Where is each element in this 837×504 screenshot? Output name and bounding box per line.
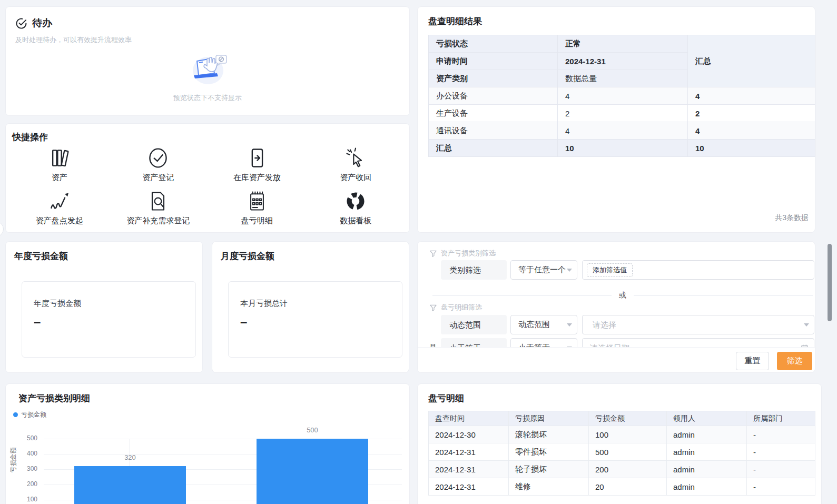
- quick-action-label: 数据看板: [340, 216, 371, 226]
- loss-detail-table: 盘查时间 亏损原因 亏损金额 领用人 所属部门 2024-12-30 滚轮损坏 …: [428, 411, 815, 496]
- cell-department: -: [747, 461, 815, 478]
- category-operator-select[interactable]: 等于任意一个: [510, 260, 577, 280]
- doc-search-icon: [146, 189, 170, 213]
- cell-department: -: [747, 443, 815, 461]
- row-value: 正常: [558, 35, 688, 53]
- cell-reason: 滚轮损坏: [509, 426, 589, 443]
- annual-loss-title: 年度亏损金额: [14, 250, 194, 262]
- books-icon: [48, 146, 71, 170]
- category-value-input[interactable]: 添加筛选值: [582, 260, 814, 280]
- total-cell: 2: [688, 105, 815, 122]
- quick-action-register[interactable]: 资产登记: [109, 146, 208, 189]
- quick-action-label: 资产盘点发起: [36, 216, 83, 226]
- column-header: 亏损金额: [589, 411, 667, 426]
- section-title-text: 盘亏明细筛选: [441, 303, 482, 312]
- loss-detail-title: 盘亏明细: [428, 392, 821, 404]
- category-cell: 生产设备: [429, 105, 558, 122]
- quick-action-label: 盘亏明细: [241, 216, 273, 226]
- inventory-result-panel: 盘查明细结果 亏损状态 正常 汇总 申请时间 2024-12-31 资产类别 数…: [417, 6, 815, 233]
- section-title-text: 资产亏损类别筛选: [441, 249, 496, 258]
- cell-user: admin: [667, 461, 747, 478]
- loss-category-chart-panel: 资产亏损类别明细 亏损金额 亏损金额 500 400 300 200 100 3…: [5, 383, 410, 504]
- count-cell: 4: [558, 87, 688, 105]
- metric-label: 本月亏损总计: [240, 299, 288, 309]
- row-label: 亏损状态: [429, 35, 558, 53]
- summary-column-header: 汇总: [688, 35, 815, 87]
- table-row: 亏损状态 正常 汇总: [429, 35, 815, 53]
- quick-action-recall[interactable]: 资产收回: [307, 146, 406, 189]
- quick-action-assets[interactable]: 资产: [10, 146, 109, 189]
- annual-loss-panel: 年度亏损金额 年度亏损金额 –: [5, 241, 203, 373]
- quick-action-inventory-start[interactable]: 资产盘点发起: [10, 189, 109, 232]
- or-divider: 或: [432, 291, 813, 300]
- drawer-handle[interactable]: [0, 221, 4, 237]
- table-row-summary: 汇总 10 10: [429, 140, 815, 157]
- category-cell: 通讯设备: [429, 122, 558, 140]
- cursor-click-icon: [344, 146, 367, 170]
- y-axis-label: 亏损金额: [9, 435, 18, 485]
- pie-chart-icon: [344, 189, 367, 213]
- todo-empty-state: 预览状态下不支持显示: [6, 51, 409, 103]
- cell-user: admin: [667, 478, 747, 496]
- quick-action-label: 资产: [52, 173, 67, 183]
- column-header: 所属部门: [747, 411, 815, 426]
- chart-title: 资产亏损类别明细: [18, 392, 409, 404]
- table-header-row: 盘查时间 亏损原因 亏损金额 领用人 所属部门: [429, 411, 815, 426]
- ledger-icon: [245, 189, 269, 213]
- quick-action-dashboard[interactable]: 数据看板: [307, 189, 406, 232]
- quick-action-label: 资产收回: [340, 173, 371, 183]
- quick-action-supplement[interactable]: 资产补充需求登记: [109, 189, 208, 232]
- bar-series-1[interactable]: 500: [257, 439, 368, 504]
- range-operator-select[interactable]: 动态范围: [510, 315, 577, 334]
- category-cell: 汇总: [429, 140, 558, 157]
- filter-button[interactable]: 筛选: [777, 352, 812, 370]
- trend-up-icon: [48, 189, 71, 213]
- quick-actions-grid: 资产 资产登记 在库资产发放: [10, 146, 405, 232]
- quick-actions-panel: 快捷操作 资产 资产登记: [5, 123, 410, 233]
- filter-footer: 重置 筛选: [418, 347, 815, 372]
- dashboard-page: 待办 及时处理待办，可以有效提升流程效率 预览状态下不支持显示: [0, 0, 837, 504]
- cell-amount: 100: [589, 426, 667, 443]
- table-row: 通讯设备 4 4: [429, 122, 815, 140]
- column-header: 领用人: [667, 411, 747, 426]
- table-row: 生产设备 2 2: [429, 105, 815, 122]
- cell-date: 2024-12-31: [429, 461, 509, 478]
- total-cell: 10: [688, 140, 815, 157]
- bar-series-0[interactable]: 320: [74, 466, 186, 504]
- result-count: 共3条数据: [775, 213, 809, 223]
- cell-user: admin: [667, 443, 747, 461]
- todo-header: 待办: [15, 16, 400, 30]
- loss-filter-section-title: 盘亏明细筛选: [429, 303, 482, 312]
- cell-date: 2024-12-30: [429, 426, 509, 443]
- todo-subtitle: 及时处理待办，可以有效提升流程效率: [15, 35, 400, 45]
- todo-panel: 待办 及时处理待办，可以有效提升流程效率 预览状态下不支持显示: [5, 6, 410, 116]
- empty-state-text: 预览状态下不支持显示: [6, 93, 409, 103]
- range-value-select[interactable]: 请选择: [582, 315, 814, 334]
- operator-value: 动态范围: [518, 320, 550, 330]
- chart-legend[interactable]: 亏损金额: [13, 410, 46, 419]
- total-cell: 4: [688, 122, 815, 140]
- or-text: 或: [619, 291, 626, 300]
- cell-reason: 轮子损坏: [509, 461, 589, 478]
- quick-action-issue[interactable]: 在库资产发放: [208, 146, 307, 189]
- empty-laptop-illustration: [184, 78, 231, 87]
- funnel-icon: [429, 250, 437, 258]
- table-row: 2024-12-31 维修 20 admin -: [429, 478, 815, 496]
- bar-value-label: 320: [74, 453, 186, 461]
- table-row: 2024-12-30 滚轮损坏 100 admin -: [429, 426, 815, 443]
- quick-action-loss-detail[interactable]: 盘亏明细: [208, 189, 307, 232]
- legend-label: 亏损金额: [21, 410, 46, 419]
- operator-value: 等于任意一个: [518, 265, 566, 275]
- export-box-icon: [245, 146, 269, 170]
- y-tick: 200: [14, 480, 37, 488]
- add-filter-value-button[interactable]: 添加筛选值: [587, 263, 633, 277]
- row-value: 数据总量: [558, 70, 688, 87]
- page-scrollbar-thumb[interactable]: [828, 244, 832, 321]
- y-tick: 500: [14, 434, 37, 442]
- reset-button[interactable]: 重置: [736, 352, 769, 370]
- cell-date: 2024-12-31: [429, 443, 509, 461]
- quick-action-label: 资产补充需求登记: [126, 216, 190, 226]
- cell-department: -: [747, 426, 815, 443]
- filter-panel: 资产亏损类别筛选 类别筛选 等于任意一个 添加筛选值 或 盘亏明细筛选 动态范围…: [417, 241, 815, 373]
- y-tick: 100: [14, 496, 37, 503]
